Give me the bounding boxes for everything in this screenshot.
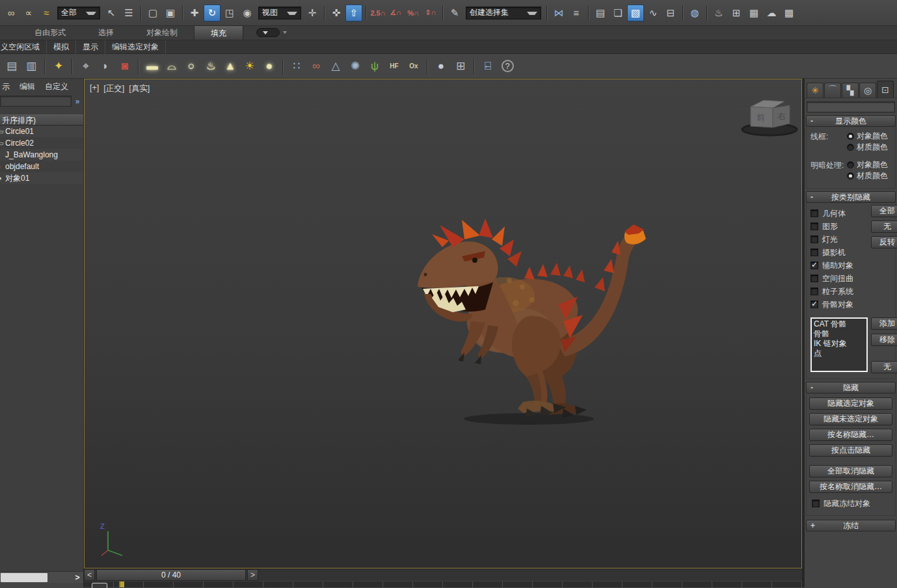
checkbox-icon[interactable] — [810, 235, 818, 243]
freeze-rollout-header[interactable]: + 冻结 — [806, 520, 896, 531]
hide-frozen-checkbox-row[interactable]: 隐藏冻结对象 — [812, 497, 895, 510]
checkbox-icon[interactable] — [810, 274, 818, 282]
unhide-button[interactable]: 全部取消隐藏 — [809, 465, 892, 477]
hide-rollout-header[interactable]: - 隐藏 — [806, 382, 896, 394]
ribbon-toggle-icon[interactable]: ❏ — [609, 5, 626, 21]
material-editor-icon[interactable]: ♨ — [710, 5, 727, 21]
viewport-pov-menu[interactable]: [正交] — [103, 83, 124, 94]
fur-ball-icon[interactable]: Ox — [405, 57, 423, 75]
idle-area-icon[interactable]: ▬ — [143, 57, 161, 75]
ribbon-subtab[interactable]: 义空闲区域 — [0, 40, 47, 54]
rect-selection-region-icon[interactable]: ▢ — [144, 5, 161, 21]
category-checkbox-row[interactable]: 骨骼对象 — [810, 298, 895, 311]
compound-grid-icon[interactable]: ⊞ — [451, 57, 470, 75]
radio-option[interactable]: 材质颜色 — [847, 142, 888, 153]
bone-list-item[interactable]: IK 链对象 — [814, 339, 864, 349]
moon-camera-icon[interactable]: ◗ — [96, 57, 114, 75]
ribbon-tab[interactable]: 对象绘制 — [130, 25, 194, 40]
hierarchy-tab[interactable]: ▚ — [842, 83, 859, 98]
bind-to-space-warp-icon[interactable]: ≈ — [38, 5, 55, 21]
current-frame-marker[interactable] — [119, 581, 124, 587]
mirror-icon[interactable]: ⋈ — [550, 5, 567, 21]
radio-option[interactable]: 对象颜色 — [847, 131, 888, 142]
viewport-general-menu[interactable]: [+] — [90, 83, 99, 94]
circle-area-icon[interactable]: ○ — [182, 57, 200, 75]
align-icon[interactable]: ≡ — [568, 5, 585, 21]
explorer-menu[interactable]: 自定义 — [45, 81, 68, 92]
help-icon[interactable]: ? — [498, 57, 516, 75]
scrollbar-thumb[interactable] — [1, 573, 47, 582]
explorer-menu[interactable]: 示 — [2, 81, 10, 92]
viewport-shading-menu[interactable]: [真实] — [129, 83, 150, 94]
manipulate-icon[interactable]: ✜ — [328, 5, 345, 21]
hide-button[interactable]: 按点击隐藏 — [809, 444, 892, 457]
next-frame-button[interactable]: > — [247, 569, 258, 581]
select-and-place-icon[interactable]: ✛ — [304, 5, 321, 21]
hair-fur-icon[interactable]: HF — [385, 57, 403, 75]
checkbox-icon[interactable] — [810, 261, 818, 269]
select-object-icon[interactable]: ↖ — [103, 5, 120, 21]
explorer-scrollbar[interactable]: > — [0, 571, 83, 583]
render-gallery-icon[interactable]: ▩ — [781, 5, 797, 21]
scene-explorer-icon[interactable]: ▧ — [627, 5, 644, 21]
time-slider-track[interactable] — [258, 569, 802, 581]
use-center-icon[interactable]: ◉ — [239, 5, 256, 21]
time-slider[interactable]: 0 / 40 — [96, 569, 246, 581]
dinosaur-model[interactable] — [402, 219, 649, 433]
track-bar[interactable] — [84, 581, 802, 587]
list-item[interactable]: ▭ Circle01 — [0, 126, 83, 137]
ribbon-tab[interactable]: 填充 — [194, 25, 243, 40]
rendered-frame-icon[interactable]: ▦ — [745, 5, 762, 21]
checkbox-icon[interactable] — [810, 301, 818, 308]
radio-option[interactable]: 材质颜色 — [847, 170, 888, 181]
explorer-search-input[interactable] — [0, 96, 72, 107]
spinner-snap-icon[interactable]: ⇕∩ — [422, 5, 439, 21]
list-button[interactable]: 添加 — [871, 317, 897, 330]
keyboard-override-icon[interactable]: ⇧ — [345, 5, 362, 21]
ribbon-tab[interactable]: 自由形式 — [18, 25, 82, 40]
layer-manager-icon[interactable]: ▤ — [592, 5, 609, 21]
ribbon-overflow-button[interactable] — [256, 28, 280, 37]
edit-named-sets-icon[interactable]: ✎ — [446, 5, 463, 21]
checkbox-icon[interactable] — [810, 287, 818, 295]
hide-button[interactable]: 按名称隐藏… — [809, 429, 892, 441]
category-checkbox-row[interactable]: 辅助对象 — [810, 259, 895, 272]
category-checkbox-row[interactable]: 空间扭曲 — [810, 272, 895, 285]
category-checkbox-row[interactable]: 粒子系统 — [810, 285, 895, 298]
checkbox-icon[interactable] — [810, 222, 818, 230]
modify-tab[interactable]: ⌒ — [824, 83, 841, 98]
ribbon-subtab[interactable]: 显示 — [76, 40, 105, 54]
create-tab[interactable]: ✳ — [807, 83, 823, 98]
list-button[interactable]: 无 — [871, 361, 897, 373]
display-color-rollout-header[interactable]: - 显示颜色 — [806, 115, 896, 127]
radio-option[interactable]: 对象颜色 — [847, 159, 888, 170]
flow-panel-icon[interactable]: ▤ — [3, 57, 21, 75]
ribbon-subtab[interactable]: 模拟 — [47, 40, 76, 54]
schematic-view-icon[interactable]: ⊟ — [662, 5, 679, 21]
hide-button[interactable]: 隐藏未选定对象 — [809, 413, 892, 425]
list-item[interactable]: ▭ Circle02 — [0, 137, 83, 149]
noise-ball-icon[interactable]: ✺ — [346, 57, 364, 75]
camera-tripod-icon[interactable]: ⌖ — [77, 57, 95, 75]
scroll-right-icon[interactable]: > — [72, 573, 83, 582]
idle-area-panel-icon[interactable]: ▥ — [22, 57, 40, 75]
hide-button[interactable]: 隐藏选定对象 — [809, 397, 892, 410]
list-item[interactable]: ◐ objdefault — [0, 161, 83, 172]
rotate-icon[interactable]: ↻ — [204, 5, 221, 21]
explorer-menu[interactable]: 编辑 — [20, 81, 35, 92]
category-side-button[interactable]: 无 — [871, 220, 897, 233]
mini-curve-editor-button[interactable] — [92, 583, 107, 588]
select-by-name-icon[interactable]: ☰ — [120, 5, 137, 21]
named-selection-set-dropdown[interactable]: 创建选择集 — [466, 7, 541, 20]
teapot-icon[interactable]: ♨ — [202, 57, 220, 75]
category-side-button[interactable]: 全部 — [871, 205, 897, 217]
angle-snap-icon[interactable]: ∡∩ — [387, 5, 404, 21]
selection-filter-dropdown[interactable]: 全部 — [57, 7, 100, 20]
red-camera-icon[interactable]: ◙ — [116, 57, 134, 75]
sphere-gray-icon[interactable]: ● — [432, 57, 450, 75]
list-item[interactable]: ◑ 对象01 — [0, 172, 83, 184]
previous-frame-button[interactable]: < — [84, 569, 95, 581]
display-tab[interactable]: ⊡ — [877, 81, 894, 98]
viewcube[interactable]: 前 右 — [740, 95, 800, 140]
asset-tracking-icon[interactable]: ◍ — [686, 5, 703, 21]
